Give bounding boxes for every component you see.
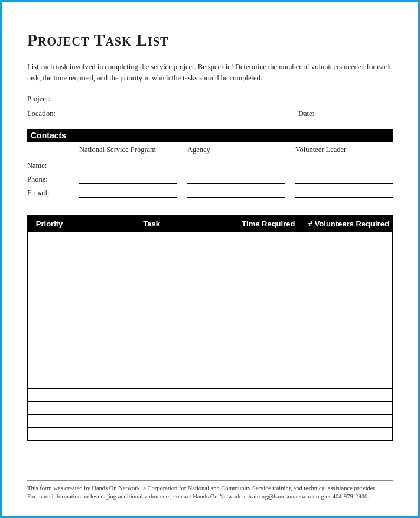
email-agency-line[interactable]	[187, 189, 285, 198]
table-cell[interactable]	[28, 336, 71, 349]
table-cell[interactable]	[305, 297, 392, 310]
date-label: Date:	[298, 109, 314, 118]
th-priority: Priority	[28, 215, 71, 232]
table-row	[28, 271, 393, 284]
table-cell[interactable]	[232, 271, 305, 284]
table-cell[interactable]	[305, 258, 392, 271]
table-cell[interactable]	[305, 271, 392, 284]
table-cell[interactable]	[305, 245, 392, 258]
table-cell[interactable]	[232, 414, 305, 427]
contacts-col-agency: Agency	[187, 145, 285, 157]
th-volunteers: # Volunteers Required	[305, 215, 392, 232]
table-cell[interactable]	[28, 232, 71, 245]
table-cell[interactable]	[71, 414, 232, 427]
contacts-col-nsp: National Service Program	[79, 145, 177, 157]
table-cell[interactable]	[71, 297, 232, 310]
table-cell[interactable]	[232, 362, 305, 375]
table-cell[interactable]	[232, 427, 305, 440]
table-cell[interactable]	[28, 323, 71, 336]
table-cell[interactable]	[28, 297, 71, 310]
table-cell[interactable]	[71, 388, 232, 401]
table-row	[28, 375, 393, 388]
table-cell[interactable]	[232, 401, 305, 414]
contacts-row-name: Name:	[27, 161, 69, 170]
contacts-col-leader: Volunteer Leader	[295, 145, 393, 157]
table-cell[interactable]	[71, 336, 232, 349]
table-cell[interactable]	[71, 362, 232, 375]
table-cell[interactable]	[71, 258, 232, 271]
footer: This form was created by Hands On Networ…	[27, 480, 393, 501]
name-nsp-line[interactable]	[79, 162, 177, 170]
table-cell[interactable]	[232, 349, 305, 362]
table-cell[interactable]	[28, 427, 71, 440]
table-cell[interactable]	[305, 362, 392, 375]
table-cell[interactable]	[232, 284, 305, 297]
table-cell[interactable]	[305, 232, 392, 245]
table-cell[interactable]	[305, 284, 392, 297]
contacts-section-bar: Contacts	[27, 129, 393, 142]
table-cell[interactable]	[28, 401, 71, 414]
table-cell[interactable]	[305, 427, 392, 440]
table-cell[interactable]	[305, 310, 392, 323]
table-cell[interactable]	[232, 297, 305, 310]
table-cell[interactable]	[232, 232, 305, 245]
table-cell[interactable]	[305, 414, 392, 427]
table-cell[interactable]	[232, 245, 305, 258]
table-cell[interactable]	[71, 232, 232, 245]
table-row	[28, 310, 393, 323]
table-cell[interactable]	[232, 323, 305, 336]
project-label: Project:	[27, 95, 50, 103]
table-cell[interactable]	[71, 284, 232, 297]
table-row	[28, 232, 393, 245]
table-cell[interactable]	[28, 349, 71, 362]
table-cell[interactable]	[71, 427, 232, 440]
table-cell[interactable]	[28, 414, 71, 427]
table-cell[interactable]	[232, 258, 305, 271]
location-label: Location:	[27, 109, 56, 118]
table-cell[interactable]	[71, 349, 232, 362]
table-cell[interactable]	[305, 336, 392, 349]
table-cell[interactable]	[28, 388, 71, 401]
table-cell[interactable]	[71, 271, 232, 284]
table-cell[interactable]	[28, 362, 71, 375]
table-cell[interactable]	[71, 323, 232, 336]
table-cell[interactable]	[71, 245, 232, 258]
phone-leader-line[interactable]	[295, 176, 393, 184]
table-cell[interactable]	[305, 401, 392, 414]
email-nsp-line[interactable]	[79, 189, 177, 198]
page-title: Project Task List	[27, 31, 393, 50]
table-cell[interactable]	[28, 284, 71, 297]
table-cell[interactable]	[232, 336, 305, 349]
location-input-line[interactable]	[60, 110, 282, 118]
phone-nsp-line[interactable]	[79, 176, 177, 184]
table-cell[interactable]	[305, 323, 392, 336]
table-cell[interactable]	[305, 388, 392, 401]
table-cell[interactable]	[28, 310, 71, 323]
table-cell[interactable]	[232, 375, 305, 388]
table-cell[interactable]	[305, 349, 392, 362]
location-date-row: Location: Date:	[27, 109, 393, 118]
table-cell[interactable]	[28, 245, 71, 258]
name-leader-line[interactable]	[295, 162, 393, 170]
phone-agency-line[interactable]	[187, 176, 285, 184]
table-cell[interactable]	[28, 271, 71, 284]
name-agency-line[interactable]	[187, 162, 285, 170]
date-input-line[interactable]	[319, 110, 393, 118]
table-cell[interactable]	[305, 375, 392, 388]
table-cell[interactable]	[28, 375, 71, 388]
table-row	[28, 284, 393, 297]
table-row	[28, 414, 393, 427]
table-cell[interactable]	[71, 310, 232, 323]
table-cell[interactable]	[28, 258, 71, 271]
contacts-row-email: E-mail:	[27, 189, 69, 198]
table-row	[28, 362, 393, 375]
th-task: Task	[71, 215, 232, 232]
project-input-line[interactable]	[55, 95, 393, 103]
email-leader-line[interactable]	[295, 189, 393, 198]
table-row	[28, 297, 393, 310]
table-cell[interactable]	[71, 401, 232, 414]
table-cell[interactable]	[232, 388, 305, 401]
table-row	[28, 401, 393, 414]
table-cell[interactable]	[71, 375, 232, 388]
table-cell[interactable]	[232, 310, 305, 323]
